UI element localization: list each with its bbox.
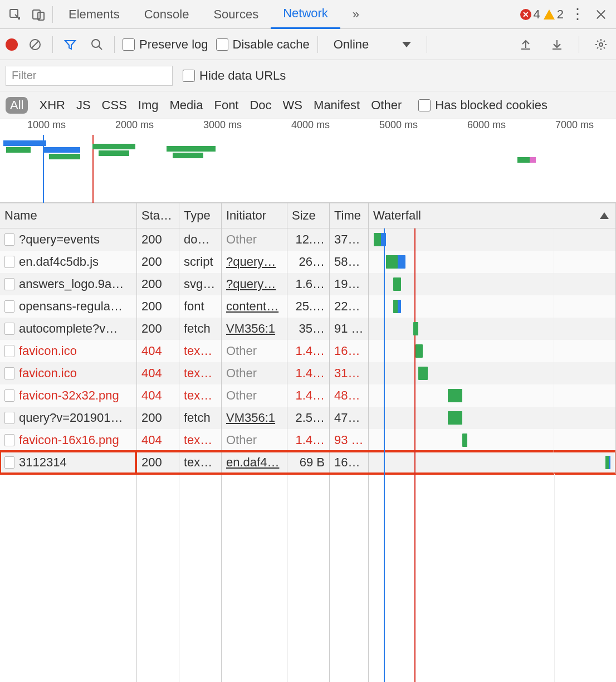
request-initiator[interactable]: ?query… [222, 251, 287, 273]
search-icon[interactable] [87, 35, 106, 54]
chip-manifest[interactable]: Manifest [314, 98, 360, 113]
request-initiator[interactable]: ?query… [222, 273, 287, 295]
inspect-icon[interactable] [3, 0, 27, 29]
separator [427, 36, 427, 53]
tab-sources[interactable]: Sources [201, 0, 271, 29]
request-row[interactable]: ?query=events200do…Other12.…37… [0, 228, 616, 251]
request-size: 69 B [287, 451, 330, 474]
waterfall-bar [418, 367, 428, 380]
kebab-menu-icon[interactable]: ⋮ [566, 0, 589, 29]
error-count[interactable]: ✕4 [520, 7, 540, 22]
waterfall-bar [393, 277, 400, 291]
disable-cache-input[interactable] [216, 38, 228, 51]
request-initiator[interactable]: VM356:1 [222, 318, 287, 340]
request-type: fetch [179, 407, 222, 429]
filter-input[interactable] [6, 66, 173, 86]
request-type: script [179, 251, 222, 273]
request-time: 47… [330, 407, 369, 429]
device-toggle-icon[interactable] [27, 0, 50, 29]
col-header-waterfall[interactable]: Waterfall [369, 203, 616, 228]
col-header-size[interactable]: Size [287, 203, 330, 228]
chip-media[interactable]: Media [170, 98, 203, 113]
request-type: svg… [179, 273, 222, 295]
tl-segment [530, 157, 536, 163]
request-initiator[interactable]: content… [222, 295, 287, 318]
request-size: 2.5… [287, 407, 330, 429]
request-status: 404 [137, 429, 179, 451]
chip-xhr[interactable]: XHR [39, 98, 65, 113]
separator [52, 6, 53, 23]
close-icon[interactable] [589, 0, 613, 29]
timeline-overview[interactable]: 1000 ms 2000 ms 3000 ms 4000 ms 5000 ms … [0, 119, 616, 203]
request-time: 16… [330, 340, 369, 362]
tab-network[interactable]: Network [271, 0, 340, 29]
request-name: 3112314 [19, 455, 67, 470]
waterfall-load-line [414, 451, 415, 474]
chip-img[interactable]: Img [138, 98, 159, 113]
col-header-time[interactable]: Time [330, 203, 369, 228]
col-header-initiator[interactable]: Initiator [222, 203, 287, 228]
request-status: 200 [137, 273, 179, 295]
hide-data-urls-input[interactable] [183, 70, 195, 82]
chip-all[interactable]: All [6, 97, 28, 114]
request-initiator[interactable]: en.daf4… [222, 451, 287, 474]
tl-segment [173, 153, 203, 158]
disable-cache-checkbox[interactable]: Disable cache [216, 37, 310, 52]
request-name: favicon-16x16.png [19, 433, 119, 447]
chip-ws[interactable]: WS [283, 98, 302, 113]
waterfall-load-line [414, 474, 415, 682]
chip-css[interactable]: CSS [102, 98, 127, 113]
tl-segment [6, 147, 31, 153]
request-table-body: ?query=events200do…Other12.…37…en.daf4c5… [0, 228, 616, 474]
blocked-cookies-input[interactable] [418, 99, 431, 111]
request-row[interactable]: favicon-16x16.png404tex…Other1.4…93 … [0, 429, 616, 451]
tab-console[interactable]: Console [132, 0, 202, 29]
chip-doc[interactable]: Doc [250, 98, 271, 113]
request-time: 22… [330, 295, 369, 318]
preserve-log-checkbox[interactable]: Preserve log [123, 37, 208, 52]
tab-overflow[interactable]: » [340, 0, 371, 29]
file-icon [4, 300, 14, 313]
request-row[interactable]: opensans-regula…200fontcontent…25.…22… [0, 295, 616, 318]
waterfall-load-line [414, 228, 415, 251]
hide-data-urls-checkbox[interactable]: Hide data URLs [183, 69, 286, 83]
blocked-cookies-checkbox[interactable]: Has blocked cookies [418, 98, 547, 113]
waterfall-load-line [414, 295, 415, 318]
chip-js[interactable]: JS [76, 98, 91, 113]
request-row[interactable]: autocomplete?v…200fetchVM356:135…91 … [0, 318, 616, 340]
chip-font[interactable]: Font [214, 98, 238, 113]
filter-toggle-icon[interactable] [61, 35, 80, 54]
col-header-name[interactable]: Name [0, 203, 137, 228]
col-header-status[interactable]: Sta… [137, 203, 179, 228]
file-icon [4, 233, 14, 246]
export-har-icon[interactable] [547, 35, 566, 54]
chip-other[interactable]: Other [371, 98, 402, 113]
request-initiator[interactable]: VM356:1 [222, 407, 287, 429]
request-row[interactable]: favicon.ico404tex…Other1.4…16… [0, 340, 616, 362]
request-row[interactable]: favicon-32x32.png404tex…Other1.4…48… [0, 384, 616, 407]
record-button[interactable] [6, 38, 18, 51]
tl-segment [92, 144, 135, 149]
request-row[interactable]: answers_logo.9a…200svg…?query…1.6…19… [0, 273, 616, 295]
request-name: query?v=201901… [19, 411, 123, 425]
waterfall-domcontent-line [384, 429, 385, 451]
table-empty-area [0, 474, 616, 682]
request-row[interactable]: query?v=201901…200fetchVM356:12.5…47… [0, 407, 616, 429]
request-row[interactable]: favicon.ico404tex…Other1.4…31… [0, 362, 616, 384]
request-size: 26… [287, 251, 330, 273]
request-row[interactable]: 3112314200tex…en.daf4…69 B16… [0, 451, 616, 474]
warning-count[interactable]: 2 [544, 7, 564, 22]
svg-rect-1 [33, 10, 40, 19]
col-header-type[interactable]: Type [179, 203, 222, 228]
settings-icon[interactable] [591, 35, 610, 54]
request-row[interactable]: en.daf4c5db.js200script?query…26…58… [0, 251, 616, 273]
waterfall-load-line [414, 273, 415, 295]
tab-elements[interactable]: Elements [56, 0, 132, 29]
import-har-icon[interactable] [516, 35, 535, 54]
throttle-select[interactable]: Online [326, 37, 419, 52]
preserve-log-input[interactable] [123, 38, 135, 51]
waterfall-bar [393, 300, 398, 313]
clear-button[interactable] [26, 35, 45, 54]
request-size: 1.4… [287, 340, 330, 362]
waterfall-bar [386, 255, 398, 269]
